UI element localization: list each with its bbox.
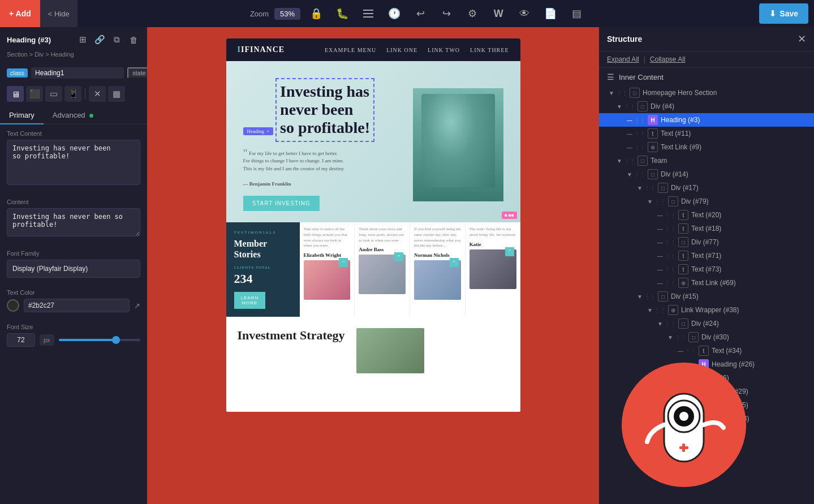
toggle-div-79[interactable]: ▼ bbox=[645, 197, 654, 206]
layers-icon[interactable]: ▤ bbox=[566, 3, 587, 24]
toggle-text-18[interactable]: — bbox=[656, 224, 665, 233]
lock-icon[interactable]: 🔒 bbox=[306, 3, 326, 24]
drag-handle[interactable]: ⋮⋮ bbox=[665, 239, 676, 245]
zoom-value[interactable]: 53% bbox=[274, 8, 300, 20]
drag-handle[interactable]: ⋮⋮ bbox=[644, 185, 656, 191]
tree-item-text-20[interactable]: — ⋮⋮ t Text (#20) bbox=[599, 208, 814, 222]
drag-handle[interactable]: ⋮⋮ bbox=[616, 90, 627, 96]
layout-icon[interactable] bbox=[358, 3, 378, 24]
text-content-textarea[interactable]: Investing has never been so profitable! bbox=[7, 140, 140, 185]
toggle-text-34[interactable]: — bbox=[676, 346, 685, 355]
drag-handle[interactable]: ⋮⋮ bbox=[665, 226, 676, 232]
tablet-portrait-btn[interactable]: ▭ bbox=[45, 86, 62, 102]
drag-handle[interactable]: ⋮⋮ bbox=[634, 117, 645, 123]
color-arrow-icon[interactable]: ↗ bbox=[134, 301, 140, 310]
tree-item-textlink-69[interactable]: — ⋮⋮ ⊕ Text Link (#69) bbox=[599, 276, 814, 290]
wordpress-icon[interactable]: W bbox=[488, 3, 509, 24]
history-icon[interactable]: 🕐 bbox=[384, 3, 404, 24]
tree-item-div-30[interactable]: ▼ ⋮⋮ □ Div (#30) bbox=[599, 330, 814, 344]
settings-icon[interactable]: ⚙ bbox=[462, 3, 483, 24]
toggle-div-17[interactable]: ▼ bbox=[635, 183, 644, 192]
toggle-div-77[interactable]: — bbox=[656, 238, 665, 247]
toggle-text-73[interactable]: — bbox=[656, 265, 665, 274]
toggle-homepage-hero[interactable]: ▼ bbox=[607, 88, 616, 97]
eye-icon[interactable]: 👁 bbox=[514, 3, 535, 24]
drag-handle[interactable]: ⋮⋮ bbox=[665, 266, 676, 273]
tree-item-linkwrapper-38[interactable]: ▼ ⋮⋮ ⊕ Link Wrapper (#38) bbox=[599, 303, 814, 317]
delete-icon[interactable]: 🗑 bbox=[127, 33, 140, 46]
expand-all-link[interactable]: Expand All bbox=[607, 55, 639, 63]
toggle-div-15[interactable]: ▼ bbox=[635, 292, 644, 301]
learn-more-button[interactable]: LEARNMORE bbox=[234, 292, 266, 309]
font-size-input[interactable] bbox=[7, 333, 35, 347]
desktop-device-btn[interactable]: 🖥 bbox=[7, 86, 24, 102]
redo-icon[interactable]: ↪ bbox=[436, 3, 456, 24]
toggle-div-14[interactable]: ▼ bbox=[625, 170, 634, 179]
drag-handle[interactable]: ⋮⋮ bbox=[665, 253, 676, 259]
collapse-all-link[interactable]: Collapse All bbox=[650, 55, 686, 63]
tree-item-homepage-hero[interactable]: ▼ ⋮⋮ □ Homepage Hero Section bbox=[599, 86, 814, 100]
tab-primary[interactable]: Primary bbox=[0, 106, 44, 124]
tree-item-div-77[interactable]: — ⋮⋮ □ Div (#77) bbox=[599, 235, 814, 249]
state-button[interactable]: state bbox=[127, 67, 147, 79]
toggle-textlink-9[interactable]: — bbox=[625, 143, 634, 152]
tree-item-text-18[interactable]: — ⋮⋮ t Text (#18) bbox=[599, 222, 814, 235]
tablet-landscape-btn[interactable]: ⬛ bbox=[26, 86, 43, 102]
drag-handle[interactable]: ⋮⋮ bbox=[644, 294, 656, 300]
tree-item-text-11[interactable]: — ⋮⋮ t Text (#11) bbox=[599, 127, 814, 140]
drag-handle[interactable]: ⋮⋮ bbox=[624, 104, 635, 110]
class-input[interactable] bbox=[31, 67, 124, 79]
drag-handle[interactable]: ⋮⋮ bbox=[675, 334, 686, 341]
toggle-div-24[interactable]: ▼ bbox=[656, 319, 665, 328]
save-button[interactable]: ⬇ Save bbox=[759, 3, 808, 24]
tree-item-div-79[interactable]: ▼ ⋮⋮ □ Div (#79) bbox=[599, 195, 814, 208]
start-investing-button[interactable]: START INVESTING bbox=[243, 196, 320, 211]
tree-item-div-15[interactable]: ▼ ⋮⋮ □ Div (#15) bbox=[599, 290, 814, 303]
structure-close-button[interactable]: ✕ bbox=[798, 33, 806, 45]
tree-item-text-34[interactable]: — ⋮⋮ t Text (#34) bbox=[599, 344, 814, 357]
tab-advanced[interactable]: Advanced bbox=[44, 106, 102, 124]
tag-close[interactable]: × bbox=[266, 128, 269, 134]
add-button[interactable]: + Add bbox=[0, 0, 40, 27]
tree-item-text-71[interactable]: — ⋮⋮ t Text (#71) bbox=[599, 249, 814, 262]
drag-handle[interactable]: ⋮⋮ bbox=[634, 144, 645, 150]
drag-handle[interactable]: ⋮⋮ bbox=[654, 199, 666, 205]
toggle-text-20[interactable]: — bbox=[656, 210, 665, 219]
tree-item-textlink-9[interactable]: — ⋮⋮ ⊕ Text Link (#9) bbox=[599, 140, 814, 154]
drag-handle[interactable]: ⋮⋮ bbox=[634, 131, 645, 137]
copy-icon[interactable]: ⧉ bbox=[110, 33, 123, 46]
toggle-textlink-69[interactable]: — bbox=[656, 278, 665, 287]
undo-icon[interactable]: ↩ bbox=[410, 3, 430, 24]
toggle-text-71[interactable]: — bbox=[656, 251, 665, 260]
toggle-team[interactable]: ▼ bbox=[615, 156, 624, 165]
toggle-linkwrapper-38[interactable]: ▼ bbox=[645, 305, 654, 315]
font-family-select[interactable]: Display (Playfair Display) bbox=[7, 260, 140, 278]
font-size-slider[interactable] bbox=[59, 339, 140, 341]
drag-handle[interactable]: ⋮⋮ bbox=[634, 171, 645, 178]
tree-item-div-4[interactable]: ▼ ⋮⋮ □ Div (#4) bbox=[599, 100, 814, 113]
bug-icon[interactable]: 🐛 bbox=[332, 3, 352, 24]
pages-icon[interactable]: 📄 bbox=[540, 3, 561, 24]
tree-item-heading-3[interactable]: — ⋮⋮ H Heading (#3) bbox=[599, 113, 814, 127]
link-icon[interactable]: 🔗 bbox=[93, 33, 106, 46]
drag-handle[interactable]: ⋮⋮ bbox=[685, 348, 696, 354]
color-swatch[interactable] bbox=[7, 299, 19, 312]
mobile-btn[interactable]: 📱 bbox=[64, 86, 81, 102]
toggle-heading-3[interactable]: — bbox=[625, 115, 634, 124]
toggle-text-11[interactable]: — bbox=[625, 129, 634, 138]
hide-button[interactable]: < Hide bbox=[40, 0, 77, 27]
color-input[interactable] bbox=[24, 299, 130, 312]
content-textarea[interactable]: Investing has never been so profitable! bbox=[7, 208, 140, 236]
tree-item-team[interactable]: ▼ ⋮⋮ □ Team bbox=[599, 154, 814, 167]
tree-item-div-14[interactable]: ▼ ⋮⋮ □ Div (#14) bbox=[599, 167, 814, 181]
tree-item-div-24[interactable]: ▼ ⋮⋮ □ Div (#24) bbox=[599, 317, 814, 330]
drag-handle[interactable]: ⋮⋮ bbox=[624, 158, 635, 164]
toggle-div-4[interactable]: ▼ bbox=[615, 102, 624, 111]
structure-icon[interactable]: ⊞ bbox=[76, 33, 89, 46]
drag-handle[interactable]: ⋮⋮ bbox=[665, 280, 676, 286]
more-device-btn[interactable]: ▦ bbox=[108, 86, 125, 102]
drag-handle[interactable]: ⋮⋮ bbox=[665, 321, 676, 327]
drag-handle[interactable]: ⋮⋮ bbox=[654, 307, 666, 313]
drag-handle[interactable]: ⋮⋮ bbox=[665, 212, 676, 218]
tree-item-text-73[interactable]: — ⋮⋮ t Text (#73) bbox=[599, 262, 814, 276]
